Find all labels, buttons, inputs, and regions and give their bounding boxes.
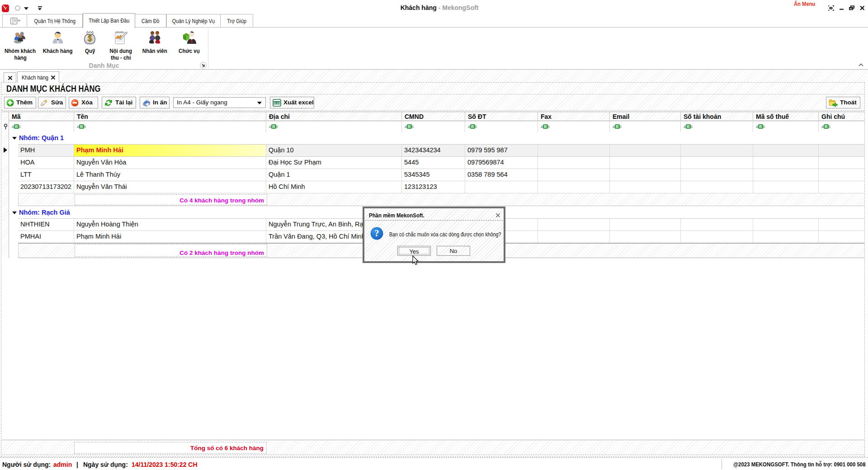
svg-text:?: ? (375, 228, 379, 238)
svg-text:$: $ (88, 34, 92, 43)
svg-text:XLSX: XLSX (274, 102, 280, 104)
